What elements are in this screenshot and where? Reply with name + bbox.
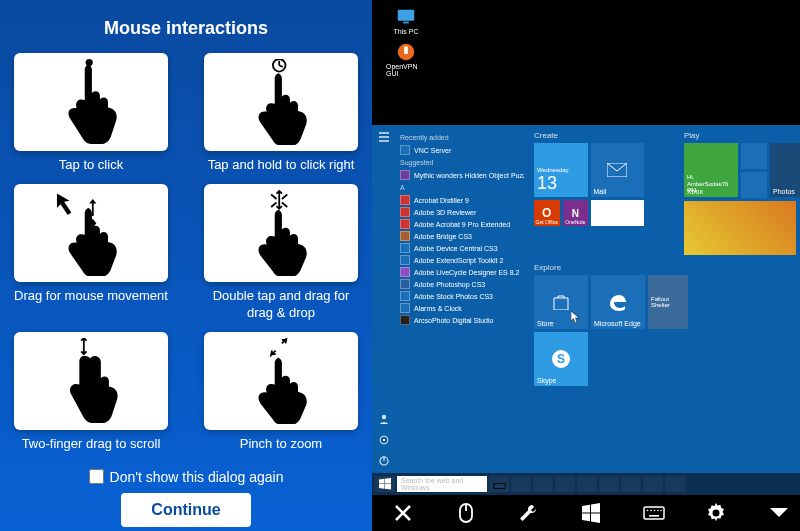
app-item[interactable]: Adobe Acrobat 9 Pro Extended <box>400 218 524 230</box>
taskbar-taskview[interactable]: ▭ <box>489 476 509 492</box>
toolbar-settings-button[interactable] <box>704 501 728 525</box>
toolbar-keyboard-button[interactable] <box>642 501 666 525</box>
app-item[interactable]: Adobe LiveCycle Designer ES 8.2 <box>400 266 524 278</box>
taskbar-app[interactable] <box>643 476 663 492</box>
app-item[interactable]: Acrobat Distiller 9 <box>400 194 524 206</box>
svg-line-7 <box>271 202 276 206</box>
group-explore[interactable]: Explore <box>534 263 694 272</box>
taskbar-app[interactable] <box>577 476 597 492</box>
hamburger-icon[interactable] <box>378 131 390 143</box>
hand-hold-icon <box>246 59 316 145</box>
store-icon <box>552 294 570 310</box>
app-item[interactable]: Adobe Photoshop CS3 <box>400 278 524 290</box>
gear-icon <box>706 503 726 523</box>
letter-a[interactable]: A <box>400 184 524 191</box>
suggested-h: Suggested <box>400 159 524 166</box>
toolbar-close-button[interactable] <box>391 501 415 525</box>
continue-button[interactable]: Continue <box>121 493 250 527</box>
taskbar-search[interactable]: Search the web and Windows <box>397 476 487 492</box>
taskbar-app[interactable] <box>533 476 553 492</box>
gesture-pinch: Pinch to zoom <box>204 332 358 453</box>
edge-icon <box>608 292 628 312</box>
tile-photos[interactable]: Photos <box>770 143 800 197</box>
tile-asphalt[interactable] <box>684 201 796 255</box>
tile-xbox[interactable]: Hi, AmberSodak76 091 Xbox <box>684 143 738 197</box>
app-item[interactable]: Alarms & Clock <box>400 302 524 314</box>
svg-point-27 <box>653 510 655 512</box>
svg-rect-13 <box>404 47 408 54</box>
tile-get-office[interactable]: O Get Office <box>534 200 560 226</box>
gesture-label: Tap to click <box>59 157 123 174</box>
desktop-icon-openvpn[interactable]: OpenVPN GUI <box>386 41 426 77</box>
taskbar-start-button[interactable] <box>375 476 395 492</box>
mouse-icon <box>459 503 473 523</box>
close-icon <box>394 504 412 522</box>
app-item[interactable]: VNC Server <box>400 144 524 156</box>
tutorial-dialog: Mouse interactions Tap to click Tap an <box>0 0 372 531</box>
start-app-list[interactable]: Recently added VNC Server Suggested Myth… <box>396 125 528 473</box>
app-item[interactable]: Adobe Device Central CS3 <box>400 242 524 254</box>
gesture-card-drag <box>14 184 168 282</box>
skype-icon: S <box>550 348 572 370</box>
group-create[interactable]: Create <box>534 131 644 140</box>
taskbar-app[interactable] <box>511 476 531 492</box>
svg-point-28 <box>657 510 659 512</box>
svg-point-29 <box>660 510 662 512</box>
svg-rect-11 <box>403 22 409 24</box>
taskbar-app[interactable] <box>665 476 685 492</box>
toolbar-mouse-button[interactable] <box>454 501 478 525</box>
toolbar-windows-button[interactable] <box>579 501 603 525</box>
hand-pinch-icon <box>246 338 316 424</box>
svg-line-3 <box>279 65 283 67</box>
desktop-icon-this-pc[interactable]: This PC <box>386 6 426 35</box>
svg-text:S: S <box>557 352 565 366</box>
settings-rail-icon[interactable] <box>378 434 390 446</box>
tile-skype[interactable]: S Skype <box>534 332 588 386</box>
tile-onenote[interactable]: N OneNote <box>563 200 589 226</box>
gesture-grid: Tap to click Tap and hold to click right <box>14 53 358 453</box>
tile-small-2[interactable] <box>741 172 767 198</box>
keyboard-icon <box>643 506 665 520</box>
tile-small-1[interactable] <box>741 143 767 169</box>
remote-desktop[interactable]: This PC OpenVPN GUI <box>372 0 800 125</box>
toolbar-collapse-button[interactable] <box>767 501 791 525</box>
dont-show-checkbox[interactable]: Don't show this dialog again <box>89 469 284 485</box>
svg-line-8 <box>282 202 287 206</box>
tile-fallout[interactable]: Fallout Shelter <box>648 275 688 329</box>
tile-game[interactable] <box>591 200 644 226</box>
hand-tap-icon <box>56 59 126 145</box>
app-item[interactable]: Adobe ExtendScript Toolkit 2 <box>400 254 524 266</box>
windows-logo-icon <box>379 478 391 490</box>
gesture-label: Drag for mouse movement <box>14 288 168 305</box>
gesture-card-double-tap <box>204 184 358 282</box>
gesture-drag: Drag for mouse movement <box>14 184 168 322</box>
gesture-long-press: Tap and hold to click right <box>204 53 358 174</box>
user-icon[interactable] <box>378 413 390 425</box>
gesture-label: Two-finger drag to scroll <box>22 436 161 453</box>
gesture-tap: Tap to click <box>14 53 168 174</box>
gesture-card-two-finger <box>14 332 168 430</box>
tile-store[interactable]: Store <box>534 275 588 329</box>
taskbar-app[interactable] <box>621 476 641 492</box>
app-item[interactable]: Adobe 3D Reviewer <box>400 206 524 218</box>
svg-rect-30 <box>649 515 659 517</box>
tile-edge[interactable]: Microsoft Edge <box>591 275 645 329</box>
dont-show-input[interactable] <box>89 469 104 484</box>
app-item[interactable]: Adobe Stock Photos CS3 <box>400 290 524 302</box>
start-tiles: Create Wednesday 13 Mail O <box>528 125 800 473</box>
app-item[interactable]: Adobe Bridge CS3 <box>400 230 524 242</box>
tutorial-title: Mouse interactions <box>104 18 268 39</box>
app-item[interactable]: Mythic wonders Hidden Object Puzzle <box>400 169 524 181</box>
tile-mail[interactable]: Mail <box>591 143 645 197</box>
svg-line-6 <box>282 194 287 198</box>
tile-calendar[interactable]: Wednesday 13 <box>534 143 588 197</box>
app-item[interactable]: ArcsoPhoto Digital Studio <box>400 314 524 326</box>
client-toolbar <box>372 495 800 531</box>
toolbar-tools-button[interactable] <box>516 501 540 525</box>
taskbar-app[interactable] <box>555 476 575 492</box>
group-play[interactable]: Play <box>684 131 800 140</box>
taskbar-app[interactable] <box>599 476 619 492</box>
remote-taskbar[interactable]: Search the web and Windows ▭ <box>372 473 800 495</box>
svg-point-14 <box>382 415 386 419</box>
power-icon[interactable] <box>378 455 390 467</box>
